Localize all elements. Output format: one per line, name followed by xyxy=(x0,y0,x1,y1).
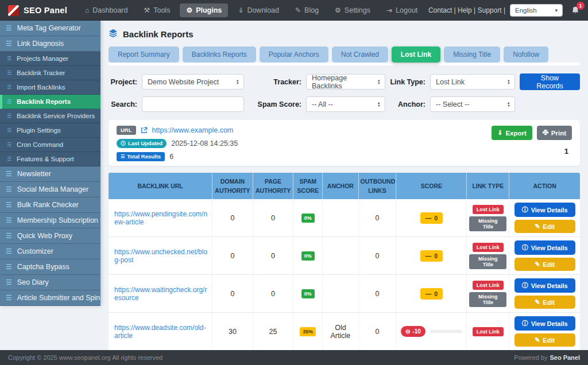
export-button[interactable]: ⇓ Export xyxy=(492,126,532,140)
sidebar-item-import-backlinks[interactable]: ☰Import Backlinks xyxy=(0,80,100,95)
edit-button[interactable]: ✎Edit xyxy=(514,296,575,309)
project-select[interactable]: Demo Website Project ▴▾ xyxy=(142,74,244,90)
sidebar-item-article-submitter-and-spinner[interactable]: ☰Article Submitter and Spinner xyxy=(0,290,100,306)
sidebar-item-backlink-service-providers[interactable]: ☰Backlink Service Providers xyxy=(0,109,100,123)
notifications-bell[interactable]: 1 xyxy=(571,6,580,15)
score-progress-bar xyxy=(430,330,462,333)
separator: | xyxy=(472,6,478,14)
select-arrows-icon: ▴▾ xyxy=(508,102,509,107)
tab-lost-link[interactable]: Lost Link xyxy=(392,46,440,63)
nav-item-dashboard[interactable]: ⌂Dashboard xyxy=(79,3,134,17)
linktype-value: Lost Link xyxy=(436,78,465,86)
search-input[interactable] xyxy=(148,100,238,108)
view-details-button[interactable]: ⓘView Details xyxy=(514,203,575,217)
sidebar-item-cron-command[interactable]: ☰Cron Command xyxy=(0,138,100,152)
sidebar-item-bulk-rank-checker[interactable]: ☰Bulk Rank Checker xyxy=(0,197,100,213)
edit-button[interactable]: ✎Edit xyxy=(514,258,575,271)
score-badge: —0 xyxy=(420,250,443,262)
view-details-button[interactable]: ⓘView Details xyxy=(514,316,575,331)
nav-item-download[interactable]: ⇓Download xyxy=(231,3,285,17)
pencil-icon: ✎ xyxy=(535,223,540,230)
sidebar-item-quick-web-proxy[interactable]: ☰Quick Web Proxy xyxy=(0,228,100,244)
navbar-link-help[interactable]: Help xyxy=(458,6,472,14)
search-label: Search: xyxy=(109,100,137,108)
sidebar-item-link-diagnosis[interactable]: ☰Link Diagnosis xyxy=(0,36,100,52)
clock-icon xyxy=(121,141,126,147)
tab-not-crawled[interactable]: Not Crawled xyxy=(332,46,388,63)
nav-item-plugins[interactable]: ⚙Plugins xyxy=(180,3,228,17)
nav-item-logout[interactable]: ⇥Logout xyxy=(380,3,424,17)
sidebar-item-meta-tag-generator[interactable]: ☰Meta Tag Generator xyxy=(0,21,100,36)
tracker-select[interactable]: Homepage Backlinks ▴▾ xyxy=(306,74,385,90)
backlinks-table-wrap: BACKLINK URLDOMAIN AUTHORITYPAGE AUTHORI… xyxy=(109,173,580,351)
navbar-right: Contact | Help | Support | English ▾ 1 xyxy=(428,4,580,17)
view-details-button[interactable]: ⓘView Details xyxy=(514,240,575,255)
brand[interactable]: SEO Panel xyxy=(8,5,67,16)
sidebar-item-social-media-manager[interactable]: ☰Social Media Manager xyxy=(0,182,100,197)
sidebar-item-plugin-settings[interactable]: ☰Plugin Settings xyxy=(0,123,100,138)
linktype-select[interactable]: Lost Link ▴▾ xyxy=(430,74,515,90)
backlink-url-link[interactable]: https://www.unchecked.net/blog-post xyxy=(114,248,207,264)
backlink-url-link[interactable]: https://www.pendingsite.com/new-article xyxy=(114,210,207,226)
project-value: Demo Website Project xyxy=(148,78,219,86)
print-button[interactable]: Print xyxy=(537,126,572,140)
info-icon: ⓘ xyxy=(522,243,528,252)
sidebar-item-projects-manager[interactable]: ☰Projects Manager xyxy=(0,52,100,66)
link-type-cell: Lost LinkMissing Title xyxy=(467,275,509,313)
report-info: URL https://www.example.com Last Updated xyxy=(117,126,238,161)
chevron-down-icon: ▾ xyxy=(555,7,558,13)
sidebar-item-seo-diary[interactable]: ☰Seo Diary xyxy=(0,275,100,290)
nav-item-tools[interactable]: ⚒Tools xyxy=(137,3,176,17)
view-details-button[interactable]: ⓘView Details xyxy=(514,278,575,293)
edit-button[interactable]: ✎Edit xyxy=(514,333,575,347)
menu-lines-icon: ☰ xyxy=(6,279,12,286)
backlink-url-link[interactable]: https://www.waitingcheck.org/resource xyxy=(114,286,207,302)
tab-report-summary[interactable]: Report Summary xyxy=(109,46,179,63)
sidebar-item-membership-subscription[interactable]: ☰Membership Subscription xyxy=(0,213,100,228)
sidebar: ☰Meta Tag Generator☰Link Diagnosis☰Proje… xyxy=(0,21,100,306)
spam-score-cell: 0% xyxy=(293,275,323,313)
anchor-select[interactable]: -- Select -- ▴▾ xyxy=(430,96,515,112)
pencil-icon: ✎ xyxy=(535,261,540,268)
pagination-page[interactable]: 1 xyxy=(564,147,572,156)
navbar-link-contact[interactable]: Contact xyxy=(428,6,452,14)
minus-icon: — xyxy=(425,215,432,222)
sidebar-item-backlink-tracker[interactable]: ☰Backlink Tracker xyxy=(0,66,100,80)
menu-lines-icon: ☰ xyxy=(6,186,12,193)
sidebar-item-customizer[interactable]: ☰Customizer xyxy=(0,244,100,259)
info-icon: ⓘ xyxy=(522,205,528,214)
nav-item-label: Plugins xyxy=(196,6,222,14)
table-row: https://www.unchecked.net/blog-post000%0… xyxy=(109,237,580,275)
score-cell: ⊖-10 xyxy=(396,313,467,350)
navbar-link-support[interactable]: Support xyxy=(478,6,502,14)
tracker-value: Homepage Backlinks xyxy=(312,74,378,90)
nav-item-label: Settings xyxy=(345,6,370,14)
menu-lines-icon: ☰ xyxy=(6,201,12,208)
report-url-link[interactable]: https://www.example.com xyxy=(152,126,234,134)
language-value: English xyxy=(515,7,537,14)
sidebar-item-features-support[interactable]: ☰Features & Support xyxy=(0,152,100,166)
edit-button[interactable]: ✎Edit xyxy=(514,220,575,233)
language-select[interactable]: English ▾ xyxy=(510,4,563,17)
last-updated-line: Last Updated 2025-12-08 14:25:35 xyxy=(117,139,238,149)
table-row: https://www.pendingsite.com/new-article0… xyxy=(109,199,580,237)
backlink-url-cell: https://www.pendingsite.com/new-article xyxy=(109,199,212,237)
tab-missing-title[interactable]: Missing Title xyxy=(444,46,500,63)
spam-score-badge: 0% xyxy=(301,289,315,298)
score-cell: —0 xyxy=(396,275,467,313)
notification-badge: 1 xyxy=(577,2,585,10)
show-records-button[interactable]: Show Records xyxy=(520,73,580,90)
tab-nofollow[interactable]: Nofollow xyxy=(504,46,548,63)
sidebar-item-backlink-reports[interactable]: ☰Backlink Reports xyxy=(0,95,100,109)
backlink-url-link[interactable]: https://www.deadsite.com/old-article xyxy=(114,324,206,340)
sidebar-item-newsletter[interactable]: ☰Newsletter xyxy=(0,166,100,182)
menu-lines-icon: ☰ xyxy=(7,71,11,76)
tab-backlinks-reports[interactable]: Backlinks Reports xyxy=(183,46,256,63)
sidebar-item-captcha-bypass[interactable]: ☰Captcha Bypass xyxy=(0,259,100,275)
nav-item-settings[interactable]: ⚙Settings xyxy=(328,3,377,17)
tab-popular-anchors[interactable]: Popular Anchors xyxy=(260,46,328,63)
spam-score-select[interactable]: -- All -- ▴▾ xyxy=(306,96,385,112)
nav-item-blog[interactable]: ✎Blog xyxy=(289,3,325,17)
navbar-links: Contact | Help | Support | xyxy=(428,6,505,14)
powered-by: Powered bySeo Panel xyxy=(514,354,580,361)
